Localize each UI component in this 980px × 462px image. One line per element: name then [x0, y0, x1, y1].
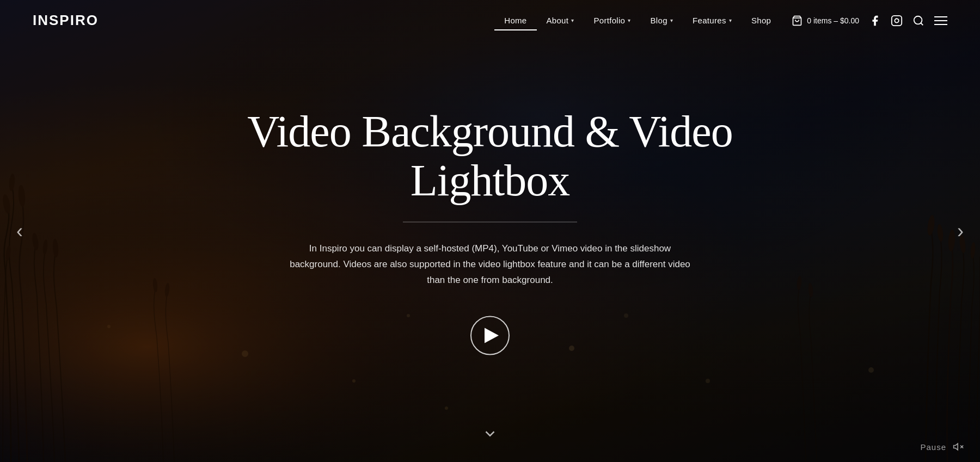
nav-link-blog[interactable]: Blog ▾	[641, 10, 683, 30]
navbar: INSPIRO Home About ▾ Portfolio ▾	[0, 0, 980, 41]
nav-item-portfolio[interactable]: Portfolio ▾	[584, 10, 641, 30]
hero-description: In Inspiro you can display a self-hosted…	[283, 241, 697, 288]
chevron-down-icon: ▾	[628, 17, 630, 23]
nav-links: Home About ▾ Portfolio ▾ Blog ▾	[494, 10, 781, 30]
nav-link-features[interactable]: Features ▾	[683, 10, 742, 30]
cart-label: 0 items – $0.00	[807, 16, 859, 25]
nav-item-blog[interactable]: Blog ▾	[641, 10, 683, 30]
instagram-icon[interactable]	[891, 15, 903, 27]
hero-content: Video Background & Video Lightbox In Ins…	[163, 107, 817, 355]
facebook-icon[interactable]	[869, 15, 881, 27]
video-controls: Pause	[920, 441, 964, 452]
chevron-down-icon: ▾	[571, 17, 574, 23]
hero-divider	[403, 221, 577, 222]
hamburger-menu[interactable]	[934, 16, 947, 25]
nav-icons: 0 items – $0.00	[792, 15, 947, 27]
play-icon	[485, 328, 499, 343]
hero-title: Video Background & Video Lightbox	[185, 107, 795, 205]
nav-link-home[interactable]: Home	[494, 10, 536, 30]
logo[interactable]: INSPIRO	[33, 12, 99, 29]
svg-marker-33	[954, 443, 958, 450]
play-button[interactable]	[470, 316, 510, 355]
svg-rect-29	[892, 15, 902, 25]
mute-button[interactable]	[953, 441, 964, 452]
nav-item-features[interactable]: Features ▾	[683, 10, 742, 30]
pause-button[interactable]: Pause	[920, 442, 946, 452]
nav-item-about[interactable]: About ▾	[537, 10, 584, 30]
chevron-down-icon	[482, 426, 498, 442]
nav-link-shop[interactable]: Shop	[742, 10, 781, 30]
nav-item-home[interactable]: Home	[494, 10, 536, 30]
nav-link-about[interactable]: About ▾	[537, 10, 584, 30]
cart-icon	[792, 15, 803, 26]
cart-area[interactable]: 0 items – $0.00	[792, 15, 859, 26]
chevron-down-icon: ▾	[729, 17, 732, 23]
search-icon[interactable]	[912, 15, 924, 27]
prev-arrow[interactable]: ‹	[5, 209, 34, 254]
scroll-down-button[interactable]	[482, 426, 498, 446]
hero-section: INSPIRO Home About ▾ Portfolio ▾	[0, 0, 980, 462]
nav-item-shop[interactable]: Shop	[742, 10, 781, 30]
nav-link-portfolio[interactable]: Portfolio ▾	[584, 10, 641, 30]
next-arrow[interactable]: ›	[946, 209, 975, 254]
chevron-down-icon: ▾	[670, 17, 673, 23]
svg-point-31	[914, 16, 922, 24]
svg-line-32	[921, 23, 923, 25]
